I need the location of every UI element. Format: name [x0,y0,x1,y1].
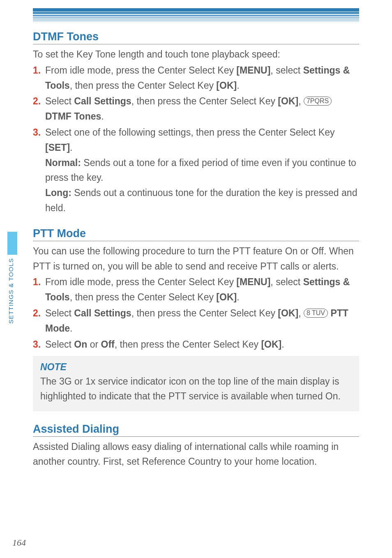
keypad-8-icon: 8 TUV [304,309,328,318]
step-body: Select one of the following settings, th… [45,125,359,155]
heading-assisted-dialing: Assisted Dialing [33,423,359,437]
step-number: 1. [33,63,45,93]
text: . [237,292,239,302]
header-gradient-bar [33,8,359,23]
step-body: From idle mode, press the Center Select … [45,274,359,305]
text: , then press the Center Select Key [131,308,278,318]
key-label: [OK] [216,80,237,91]
text: , then press the Center Select Key [70,80,217,91]
text: , select [270,277,303,287]
ptt-intro: You can use the following procedure to t… [33,244,359,274]
text: . [281,339,284,350]
side-tab-marker [7,232,17,255]
step-number: 3. [33,337,45,352]
option-off: Off [101,339,115,350]
text: Select [45,96,74,106]
text: . [70,142,72,153]
text: , then press the Center Select Key [115,339,261,350]
text: , then press the Center Select Key [70,292,217,302]
text: Select [45,339,74,350]
text: . [70,323,72,334]
heading-ptt-mode: PTT Mode [33,227,359,241]
side-tab-label: SETTINGS & TOOLS [7,258,17,324]
text: , select [270,65,303,76]
page-number: 164 [12,537,26,548]
option-on: On [74,339,87,350]
key-label: [MENU] [236,277,270,287]
dtmf-step-3: 3. Select one of the following settings,… [33,125,359,155]
option-text: Sends out a tone for a fixed period of t… [45,157,356,183]
text: , [298,308,304,318]
menu-item: Call Settings [74,96,131,106]
key-label: [OK] [278,96,298,106]
ptt-step-1: 1. From idle mode, press the Center Sele… [33,274,359,305]
dtmf-step-2: 2. Select Call Settings, then press the … [33,94,359,124]
text: , then press the Center Select Key [131,96,278,106]
text: , [298,96,304,106]
assisted-intro: Assisted Dialing allows easy dialing of … [33,439,359,470]
dtmf-normal: Normal: Sends out a tone for a fixed per… [45,155,359,186]
text: Select one of the following settings, th… [45,127,334,138]
step-number: 2. [33,94,45,124]
step-body: Select Call Settings, then press the Cen… [45,94,359,124]
ptt-step-2: 2. Select Call Settings, then press the … [33,306,359,336]
step-body: Select Call Settings, then press the Cen… [45,306,359,336]
note-box: NOTE The 3G or 1x service indicator icon… [33,356,359,411]
dtmf-intro: To set the Key Tone length and touch ton… [33,47,359,62]
note-text: The 3G or 1x service indicator icon on t… [40,374,352,404]
dtmf-step-1: 1. From idle mode, press the Center Sele… [33,63,359,93]
option-label: Long: [45,187,71,198]
text: From idle mode, press the Center Select … [45,65,236,76]
dtmf-long: Long: Sends out a continuous tone for th… [45,185,359,216]
note-heading: NOTE [40,362,352,373]
option-label: Normal: [45,157,81,168]
menu-item: Call Settings [74,308,131,318]
key-label: [OK] [278,308,298,318]
heading-dtmf-tones: DTMF Tones [33,30,359,44]
key-label: [OK] [261,339,281,350]
step-number: 1. [33,274,45,305]
text: From idle mode, press the Center Select … [45,277,236,287]
key-label: [OK] [216,292,237,302]
ptt-step-3: 3. Select On or Off, then press the Cent… [33,337,359,352]
menu-item: DTMF Tones [45,111,101,122]
option-text: Sends out a continuous tone for the dura… [45,187,357,213]
step-body: Select On or Off, then press the Center … [45,337,359,352]
text: or [87,339,101,350]
keypad-7-icon: 7PQRS [304,97,332,106]
side-tab: SETTINGS & TOOLS [7,232,17,334]
key-label: [SET] [45,142,70,153]
text: Select [45,308,74,318]
step-number: 3. [33,125,45,155]
step-number: 2. [33,306,45,336]
page-content: DTMF Tones To set the Key Tone length an… [0,23,392,469]
key-label: [MENU] [236,65,270,76]
step-body: From idle mode, press the Center Select … [45,63,359,93]
text: . [237,80,239,91]
text: . [101,111,104,122]
